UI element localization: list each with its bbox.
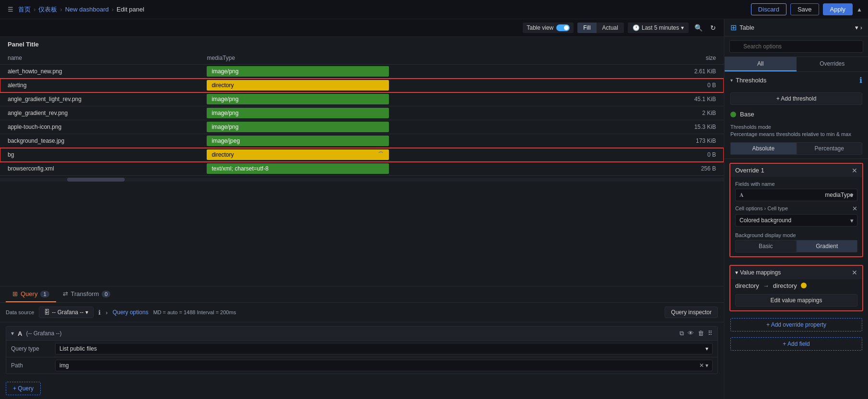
menu-icon[interactable]: ☰ bbox=[6, 4, 15, 15]
panel-type-name: Table bbox=[739, 24, 754, 31]
transform-tab-label: Transform bbox=[71, 290, 99, 297]
drag-icon[interactable]: ⠿ bbox=[708, 330, 713, 337]
time-selector[interactable]: 🕐 Last 5 minutes ▾ bbox=[628, 23, 689, 33]
datasource-info-icon[interactable]: ℹ bbox=[98, 309, 101, 316]
query-tab-label: Query bbox=[21, 290, 37, 297]
fill-button[interactable]: Fill bbox=[577, 23, 596, 33]
base-row: Base bbox=[725, 109, 868, 122]
cell-mediatype: directory bbox=[199, 79, 641, 92]
db-icon: 🗄 bbox=[44, 309, 50, 316]
thresholds-info-icon[interactable]: ℹ bbox=[859, 76, 862, 85]
home-link[interactable]: 首页 bbox=[18, 5, 31, 14]
sep2: › bbox=[60, 6, 62, 13]
panel-title: Panel Title bbox=[0, 37, 724, 52]
add-query-button[interactable]: + Query bbox=[6, 382, 41, 395]
search-options-input[interactable] bbox=[729, 40, 863, 53]
thresholds-chevron: ▾ bbox=[730, 78, 733, 83]
time-chevron: ▾ bbox=[681, 24, 684, 31]
path-clear-icon[interactable]: ✕ ▾ bbox=[699, 362, 708, 369]
query-inspector-button[interactable]: Query inspector bbox=[665, 307, 718, 318]
cell-name: browserconfig.xml bbox=[0, 162, 199, 176]
table-icon: ⊞ bbox=[730, 23, 737, 32]
cell-size: 45.1 KiB bbox=[641, 92, 724, 106]
colored-bg-select[interactable]: Colored background bbox=[735, 214, 857, 227]
cell-name: alerting bbox=[0, 79, 199, 92]
new-dashboard-link[interactable]: New dashboard bbox=[65, 6, 109, 13]
edit-value-mappings-button[interactable]: Edit value mappings bbox=[735, 294, 857, 307]
eye-icon[interactable]: 👁 bbox=[688, 330, 694, 337]
tab-all[interactable]: All bbox=[725, 57, 797, 71]
add-override-property-button[interactable]: + Add override property bbox=[730, 318, 862, 331]
col-size: size bbox=[641, 52, 724, 65]
tab-overrides[interactable]: Overrides bbox=[797, 57, 868, 71]
fields-with-name-label: Fields with name bbox=[735, 181, 857, 187]
cell-size: 256 B bbox=[641, 162, 724, 176]
all-overrides-tabs: All Overrides bbox=[725, 57, 868, 72]
tab-absolute[interactable]: Absolute bbox=[730, 142, 797, 155]
colored-bg-field: Colored background bbox=[730, 213, 862, 230]
vm-close-button[interactable]: ✕ bbox=[852, 269, 857, 276]
cell-mediatype: image/jpeg bbox=[199, 134, 641, 148]
threshold-mode-label: Thresholds mode bbox=[730, 124, 862, 131]
bg-basic-tab[interactable]: Basic bbox=[735, 240, 797, 252]
table-row: angle_gradient_rev.png image/png 2 KiB bbox=[0, 106, 724, 120]
ds-chevron: ▾ bbox=[85, 309, 88, 316]
add-threshold-button[interactable]: + Add threshold bbox=[730, 92, 862, 105]
transform-badge: 0 bbox=[102, 291, 110, 297]
actual-button[interactable]: Actual bbox=[597, 23, 624, 33]
path-input[interactable]: img ✕ ▾ bbox=[55, 360, 713, 371]
cell-options-close-button[interactable]: ✕ bbox=[852, 205, 857, 212]
delete-icon[interactable]: 🗑 bbox=[698, 330, 704, 337]
dashboard-link[interactable]: 仪表板 bbox=[38, 5, 57, 14]
transform-icon: ⇄ bbox=[63, 290, 68, 297]
panel-type-label: ⊞ Table bbox=[730, 23, 754, 32]
loading-spinner bbox=[377, 151, 384, 158]
table-area: Panel Title name mediaType size alert_ho… bbox=[0, 37, 724, 286]
topbar: ☰ 首页 › 仪表板 › New dashboard › Edit panel … bbox=[0, 0, 868, 19]
table-view-toggle[interactable]: Table view bbox=[523, 23, 574, 33]
query-area: ⊞ Query 1 ⇄ Transform 0 Data source 🗄 --… bbox=[0, 286, 724, 399]
query-type-select[interactable]: List public files ▾ bbox=[55, 343, 713, 354]
query-block-actions: ⧉ 👁 🗑 ⠿ bbox=[680, 330, 713, 337]
copy-icon[interactable]: ⧉ bbox=[680, 330, 684, 337]
col-mediatype: mediaType bbox=[199, 52, 641, 65]
field-type-icon: 𝐀 bbox=[739, 192, 744, 198]
save-button[interactable]: Save bbox=[790, 3, 819, 15]
tab-percentage[interactable]: Percentage bbox=[797, 142, 863, 155]
apply-button[interactable]: Apply bbox=[823, 3, 853, 15]
datasource-row: Data source 🗄 -- Grafana -- ▾ ℹ › Query … bbox=[0, 303, 724, 322]
left-panel: Table view Fill Actual 🕐 Last 5 minutes … bbox=[0, 19, 724, 399]
vm-row: directory → directory bbox=[730, 279, 862, 292]
thresholds-header[interactable]: ▾ Thresholds ℹ bbox=[725, 72, 868, 89]
panel-header-expand[interactable]: › bbox=[860, 24, 862, 31]
datasource-select[interactable]: 🗄 -- Grafana -- ▾ bbox=[39, 307, 94, 318]
query-type-label: Query type bbox=[11, 345, 49, 352]
thresholds-title: Thresholds bbox=[736, 77, 766, 84]
fields-with-name-wrapper: 𝐀 mediaType bbox=[735, 189, 857, 201]
tab-transform[interactable]: ⇄ Transform 0 bbox=[56, 286, 117, 302]
collapse-icon[interactable]: ▲ bbox=[856, 6, 862, 13]
sep1: › bbox=[34, 6, 35, 13]
zoom-icon[interactable]: 🔍 bbox=[692, 22, 704, 34]
override-1-close-button[interactable]: ✕ bbox=[852, 167, 857, 174]
collapse-query-icon[interactable]: ▾ bbox=[11, 330, 14, 337]
bg-gradient-tab[interactable]: Gradient bbox=[797, 240, 858, 252]
table-view-switch[interactable] bbox=[556, 24, 570, 31]
query-options-link[interactable]: Query options bbox=[113, 309, 149, 316]
cell-name: angle_gradient_light_rev.png bbox=[0, 92, 199, 106]
discard-button[interactable]: Discard bbox=[751, 3, 786, 15]
horizontal-scrollbar[interactable] bbox=[0, 178, 724, 182]
query-icon: ⊞ bbox=[12, 290, 18, 297]
query-badge: 1 bbox=[40, 291, 49, 297]
colored-bg-value: Colored background bbox=[739, 217, 791, 224]
main-layout: Table view Fill Actual 🕐 Last 5 minutes … bbox=[0, 19, 868, 399]
tab-query[interactable]: ⊞ Query 1 bbox=[6, 286, 56, 302]
query-block-a: ▾ A (-- Grafana --) ⧉ 👁 🗑 ⠿ Query type L… bbox=[6, 326, 718, 374]
vm-arrow-icon: → bbox=[763, 282, 769, 289]
refresh-icon[interactable]: ↻ bbox=[708, 22, 718, 34]
fill-actual-group: Fill Actual bbox=[577, 23, 624, 33]
cell-size: 15.3 KiB bbox=[641, 120, 724, 134]
fields-with-name-select[interactable]: 𝐀 mediaType bbox=[735, 189, 857, 201]
right-panel: ⊞ Table ▾ › 🔍 All Overrides ▾ Thresho bbox=[724, 19, 868, 399]
add-field-button[interactable]: + Add field bbox=[730, 337, 862, 351]
